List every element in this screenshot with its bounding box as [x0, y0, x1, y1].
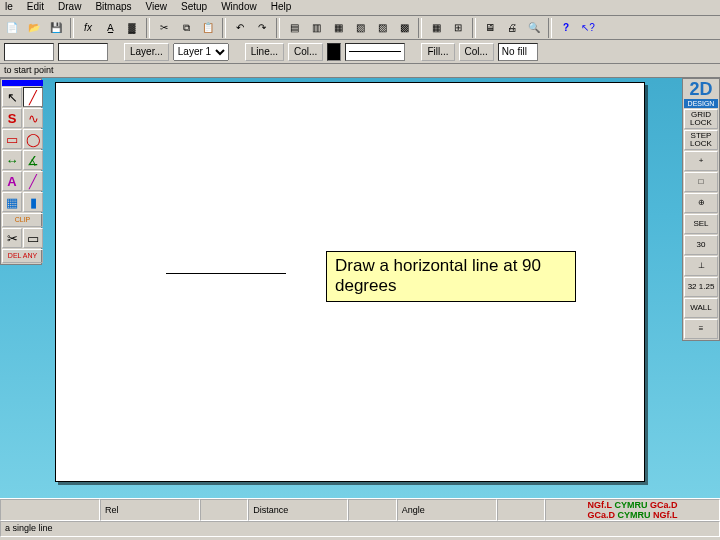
zoom-fit-button[interactable]: □: [684, 172, 718, 192]
app-logo-sub: DESIGN: [684, 99, 718, 108]
tool-angle[interactable]: ∡: [23, 150, 43, 170]
line-style-button[interactable]: Line...: [245, 43, 284, 61]
help-icon[interactable]: ?: [556, 18, 576, 38]
layer-select[interactable]: Layer 1: [173, 43, 229, 61]
text-tool-icon[interactable]: A̲: [100, 18, 120, 38]
wall-button[interactable]: WALL: [684, 298, 718, 318]
layers-button[interactable]: ≡: [684, 319, 718, 339]
tool-palette: ↖ ╱ S ∿ ▭ ◯ ↔ ∡ A ╱ ▦ ▮ CLIP ✂ ▭ DEL ANY: [0, 78, 42, 265]
grid-lock-button[interactable]: GRID LOCK: [684, 109, 718, 129]
redo-icon[interactable]: ↷: [252, 18, 272, 38]
tool-rect[interactable]: ▭: [2, 129, 22, 149]
status-angle-label: Angle: [397, 499, 497, 521]
main-toolbar: 📄 📂 💾 fx A̲ ▓ ✂ ⧉ 📋 ↶ ↷ ▤ ▥ ▦ ▧ ▨ ▩ ▦ ⊞ …: [0, 16, 720, 40]
status-rel-value: [200, 499, 248, 521]
print-icon[interactable]: 🖨: [502, 18, 522, 38]
preview-icon[interactable]: 🔍: [524, 18, 544, 38]
menu-draw[interactable]: Draw: [55, 1, 84, 14]
step-lock-button[interactable]: STEP LOCK: [684, 130, 718, 150]
line-color-button[interactable]: Col...: [288, 43, 323, 61]
status-dist-label: Distance: [248, 499, 348, 521]
align-right-icon[interactable]: ▦: [328, 18, 348, 38]
cut-icon[interactable]: ✂: [154, 18, 174, 38]
status-rel-label: Rel: [100, 499, 200, 521]
scale-button[interactable]: 32 1.25: [684, 277, 718, 297]
tool-curve-s[interactable]: S: [2, 108, 22, 128]
copy-icon[interactable]: ⧉: [176, 18, 196, 38]
property-bar: Layer... Layer 1 Line... Col... Fill... …: [0, 40, 720, 64]
open-icon[interactable]: 📂: [24, 18, 44, 38]
tool-fill[interactable]: ▮: [23, 192, 43, 212]
footer-logo: NGf.L CYMRU GCa.D GCa.D CYMRU NGf.L: [545, 499, 720, 521]
fill-color-button[interactable]: Col...: [459, 43, 494, 61]
menu-view[interactable]: View: [143, 1, 171, 14]
menu-bitmaps[interactable]: Bitmaps: [92, 1, 134, 14]
tool-clip1[interactable]: ✂: [2, 228, 22, 248]
grid-icon[interactable]: ▦: [426, 18, 446, 38]
angle-30-button[interactable]: 30: [684, 235, 718, 255]
tool-select[interactable]: ↖: [2, 87, 22, 107]
app-logo: 2D: [684, 80, 718, 98]
menu-bar: le Edit Draw Bitmaps View Setup Window H…: [0, 0, 720, 16]
tool-clip2[interactable]: ▭: [23, 228, 43, 248]
align-middle-icon[interactable]: ▨: [372, 18, 392, 38]
tool-hatch[interactable]: ▦: [2, 192, 22, 212]
paste-icon[interactable]: 📋: [198, 18, 218, 38]
hint-bar: to start point: [0, 64, 720, 78]
menu-window[interactable]: Window: [218, 1, 260, 14]
whatsthis-icon[interactable]: ↖?: [578, 18, 598, 38]
tool-clip-label[interactable]: CLIP: [2, 213, 43, 227]
new-icon[interactable]: 📄: [2, 18, 22, 38]
menu-setup[interactable]: Setup: [178, 1, 210, 14]
align-top-icon[interactable]: ▧: [350, 18, 370, 38]
line-preview: [345, 43, 405, 61]
palette-titlebar[interactable]: [2, 80, 43, 86]
status-hint: a single line: [0, 521, 720, 537]
snap-icon[interactable]: ⊞: [448, 18, 468, 38]
tool-text[interactable]: A: [2, 171, 22, 191]
fx-icon[interactable]: fx: [78, 18, 98, 38]
align-bottom-icon[interactable]: ▩: [394, 18, 414, 38]
undo-icon[interactable]: ↶: [230, 18, 250, 38]
align-center-icon[interactable]: ▥: [306, 18, 326, 38]
tool-curve-u[interactable]: ∿: [23, 108, 43, 128]
drawn-horizontal-line: [166, 273, 286, 274]
workspace: ↖ ╱ S ∿ ▭ ◯ ↔ ∡ A ╱ ▦ ▮ CLIP ✂ ▭ DEL ANY…: [0, 78, 720, 498]
fill-value: No fill: [498, 43, 538, 61]
tool-line[interactable]: ╱: [23, 87, 43, 107]
monitor-icon[interactable]: 🖥: [480, 18, 500, 38]
save-icon[interactable]: 💾: [46, 18, 66, 38]
menu-file[interactable]: le: [2, 1, 16, 14]
line-color-swatch[interactable]: [327, 43, 341, 61]
menu-help[interactable]: Help: [268, 1, 295, 14]
status-abs: [0, 499, 100, 521]
ortho-button[interactable]: ⊥: [684, 256, 718, 276]
status-bar: Rel Distance Angle NGf.L CYMRU GCa.D GCa…: [0, 498, 720, 540]
fill-style-button[interactable]: Fill...: [421, 43, 454, 61]
snap-sel-button[interactable]: SEL: [684, 214, 718, 234]
tool-dimension[interactable]: ↔: [2, 150, 22, 170]
menu-edit[interactable]: Edit: [24, 1, 47, 14]
color-icon[interactable]: ▓: [122, 18, 142, 38]
coord-x-field[interactable]: [4, 43, 54, 61]
right-panel: 2D DESIGN GRID LOCK STEP LOCK + □ ⊕ SEL …: [682, 78, 720, 341]
tool-del-label[interactable]: DEL ANY: [2, 249, 43, 263]
status-dist-value: [348, 499, 396, 521]
coord-y-field[interactable]: [58, 43, 108, 61]
drawing-canvas[interactable]: Draw a horizontal line at 90 degrees: [55, 82, 645, 482]
tool-path[interactable]: ╱: [23, 171, 43, 191]
align-left-icon[interactable]: ▤: [284, 18, 304, 38]
zoom-in-button[interactable]: +: [684, 151, 718, 171]
instruction-callout: Draw a horizontal line at 90 degrees: [326, 251, 576, 302]
layer-button[interactable]: Layer...: [124, 43, 169, 61]
zoom-world-button[interactable]: ⊕: [684, 193, 718, 213]
tool-circle[interactable]: ◯: [23, 129, 43, 149]
status-angle-value: [497, 499, 545, 521]
